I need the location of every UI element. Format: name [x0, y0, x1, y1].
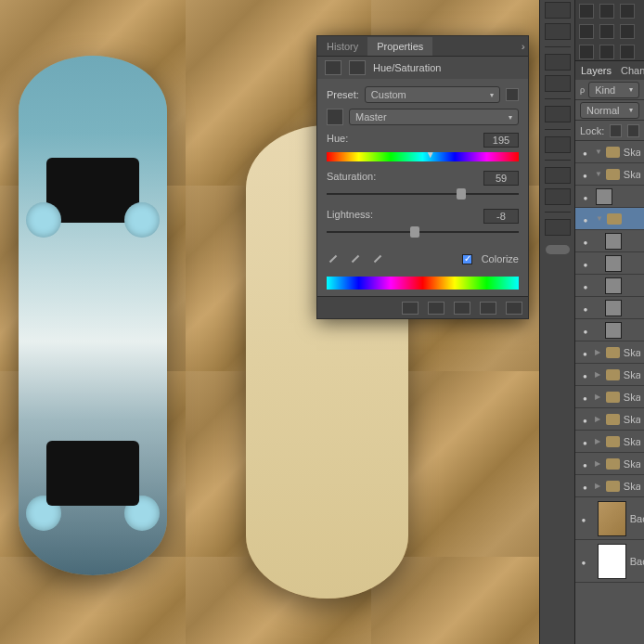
visibility-icon[interactable] [575, 258, 596, 269]
visibility-icon[interactable] [575, 481, 595, 492]
delete-icon[interactable] [506, 302, 522, 315]
saturation-slider[interactable] [327, 188, 519, 201]
option-icon[interactable] [579, 24, 594, 39]
reset-icon[interactable] [454, 302, 470, 315]
visibility-icon[interactable] [575, 347, 595, 358]
dock-icon[interactable] [545, 106, 571, 122]
disclosure-icon[interactable]: ▶ [595, 482, 605, 490]
disclosure-icon[interactable]: ▶ [595, 393, 605, 401]
disclosure-icon[interactable]: ▶ [595, 370, 605, 379]
dock-icon[interactable] [545, 23, 571, 40]
layer-item[interactable] [575, 319, 644, 341]
panel-title: Hue/Saturation [373, 62, 441, 73]
visibility-icon[interactable] [575, 147, 595, 158]
option-icon[interactable] [579, 45, 594, 59]
layer-item[interactable]: Bac [575, 540, 644, 583]
visibility-icon[interactable] [575, 325, 596, 336]
view-previous-icon[interactable] [428, 302, 444, 315]
tab-history[interactable]: History [317, 37, 367, 56]
visibility-icon[interactable] [575, 191, 596, 202]
dock-icon[interactable] [545, 2, 571, 19]
dock-icon[interactable] [545, 136, 571, 153]
layer-item[interactable] [575, 252, 644, 275]
visibility-icon[interactable] [575, 513, 592, 524]
option-icon[interactable] [620, 24, 635, 39]
folder-icon [606, 481, 620, 492]
dock-icon[interactable] [545, 54, 571, 71]
visibility-icon[interactable] [575, 369, 595, 380]
layer-item[interactable]: ▶Ska [575, 453, 644, 475]
lock-pixels-icon[interactable] [610, 124, 622, 137]
visibility-icon[interactable] [575, 436, 595, 447]
blend-mode-dropdown[interactable]: Normal [580, 102, 639, 119]
layer-item[interactable]: ▼Ska [575, 141, 644, 163]
layer-item[interactable]: ▼ [575, 208, 644, 230]
eyedropper-subtract-icon[interactable] [371, 252, 384, 265]
disclosure-icon[interactable]: ▼ [595, 170, 605, 178]
visibility-icon[interactable] [575, 556, 592, 567]
toggle-switch[interactable] [546, 245, 570, 254]
hue-value[interactable]: 195 [483, 133, 519, 148]
tab-properties[interactable]: Properties [367, 37, 432, 56]
layer-item[interactable]: ▼Ska [575, 163, 644, 186]
disclosure-icon[interactable]: ▶ [595, 437, 605, 445]
targeted-adjustment-icon[interactable] [327, 109, 343, 125]
visibility-icon[interactable] [575, 392, 595, 403]
visibility-icon[interactable] [575, 169, 595, 180]
layer-item[interactable] [575, 275, 644, 297]
disclosure-icon[interactable]: ▼ [596, 214, 607, 223]
saturation-label: Saturation: [327, 171, 376, 186]
dock-icon[interactable] [545, 188, 571, 205]
option-icon[interactable] [620, 4, 635, 19]
kind-dropdown[interactable]: Kind [588, 82, 639, 98]
tab-channels[interactable]: Channe [621, 65, 644, 76]
visibility-icon[interactable] [575, 458, 595, 470]
layer-item[interactable]: Bac [575, 497, 644, 540]
layer-item[interactable] [575, 186, 644, 208]
layer-item[interactable]: ▶Ska [575, 475, 644, 497]
colorize-label: Colorize [482, 253, 519, 264]
layer-item[interactable] [575, 230, 644, 252]
option-icon[interactable] [620, 45, 635, 59]
toggle-visibility-icon[interactable] [480, 302, 496, 315]
disclosure-icon[interactable]: ▼ [595, 148, 605, 156]
layer-item[interactable]: ▶Ska [575, 431, 644, 453]
layer-name: Ska [624, 369, 640, 380]
colorize-checkbox[interactable] [462, 254, 472, 264]
visibility-icon[interactable] [575, 236, 596, 247]
disclosure-icon[interactable]: ▶ [595, 415, 605, 423]
channel-dropdown[interactable]: Master [349, 109, 519, 125]
preset-menu-icon[interactable] [506, 88, 519, 101]
hue-slider[interactable] [327, 150, 519, 163]
option-icon[interactable] [599, 24, 614, 39]
layer-item[interactable]: ▶Ska [575, 341, 644, 364]
layer-item[interactable]: ▶Ska [575, 364, 644, 386]
layer-item[interactable]: ▶Ska [575, 386, 644, 408]
preset-dropdown[interactable]: Custom [365, 86, 500, 103]
visibility-icon[interactable] [575, 213, 596, 225]
collapsed-panel-dock [539, 0, 574, 644]
panel-collapse-icon[interactable]: ›› [522, 41, 522, 52]
visibility-icon[interactable] [575, 280, 596, 291]
layer-item[interactable] [575, 297, 644, 319]
lock-position-icon[interactable] [627, 124, 639, 137]
option-icon[interactable] [599, 45, 614, 59]
dock-icon[interactable] [545, 219, 571, 236]
visibility-icon[interactable] [575, 303, 596, 314]
lightness-value[interactable]: -8 [483, 209, 519, 224]
eyedropper-icon[interactable] [327, 252, 340, 265]
lightness-slider[interactable] [327, 226, 519, 239]
disclosure-icon[interactable]: ▶ [595, 348, 605, 356]
dock-icon[interactable] [545, 75, 571, 92]
visibility-icon[interactable] [575, 414, 595, 425]
layer-item[interactable]: ▶Ska [575, 408, 644, 431]
disclosure-icon[interactable]: ▶ [595, 459, 605, 468]
option-icon[interactable] [579, 4, 594, 19]
option-icon[interactable] [599, 4, 614, 19]
panel-footer [317, 296, 528, 318]
eyedropper-add-icon[interactable] [349, 252, 362, 265]
dock-icon[interactable] [545, 167, 571, 184]
tab-layers[interactable]: Layers [581, 65, 612, 76]
saturation-value[interactable]: 59 [483, 171, 519, 186]
clip-to-layer-icon[interactable] [402, 302, 419, 315]
